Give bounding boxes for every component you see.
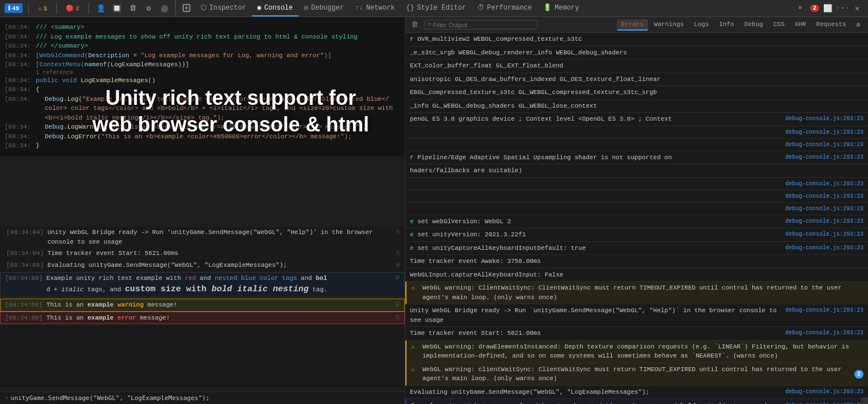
log-line-error: [08:34:09] This is an example error mess… bbox=[0, 312, 405, 325]
source-empty-3[interactable]: debug-console.js:293:23 bbox=[785, 180, 863, 188]
msg-awake: Time tracker event Awake: 3758.00ms bbox=[405, 255, 868, 269]
source-empty-1[interactable]: debug-console.js:293:23 bbox=[785, 128, 863, 137]
msg-warn-1: ⚠ WebGL warning: ClientWaitSync: ClientW… bbox=[405, 282, 868, 304]
code-line-9: [08:34: Debug.LogWarning("This is an <b>… bbox=[5, 122, 400, 132]
source-keyboard[interactable]: debug-console.js:293:23 bbox=[785, 244, 863, 252]
memory-icon: 🔋 bbox=[543, 3, 552, 12]
msg-count-2: 2 bbox=[854, 370, 863, 379]
gear-icon-btn[interactable]: ⚙ bbox=[142, 2, 155, 15]
settings-icon-btn[interactable]: ⚙ bbox=[852, 19, 865, 31]
tab-memory[interactable]: 🔋 Memory bbox=[537, 0, 585, 16]
filter-icon: ▽ bbox=[427, 21, 431, 28]
more-tabs-btn[interactable]: » bbox=[793, 4, 808, 13]
badge-49[interactable]: ℹ 49 bbox=[5, 3, 23, 13]
source-pipeline[interactable]: debug-console.js:293:23 bbox=[785, 153, 863, 161]
msg-webgl-3: EXT_color_buffer_float GL_EXT_float_blen… bbox=[405, 59, 868, 73]
user-icon-btn[interactable]: 👤 bbox=[95, 2, 107, 15]
console-input[interactable] bbox=[11, 394, 400, 402]
left-log-area: [08:34:04] Unity WebGL Bridge ready -> R… bbox=[0, 227, 405, 387]
msg-keyboard: e set unityCaptureAllKeyboardInputDefaul… bbox=[405, 242, 868, 256]
msg-warn-client: ⚠ WebGL warning: clientWaitSync: ClientW… bbox=[405, 363, 868, 386]
code-line-5: [08:34: [ContextMenu(nameof(LogExampleMe… bbox=[5, 60, 400, 70]
console-input-row: > bbox=[0, 392, 405, 404]
filter-debug[interactable]: Debug bbox=[740, 19, 768, 31]
main-content: [08:34: /// <summary> [08:34: /// Log ex… bbox=[0, 17, 868, 404]
source-opengl[interactable]: debug-console.js:293:23 bbox=[785, 114, 863, 123]
code-line-8c: <b><i>bold italic nesting</i></b></size>… bbox=[5, 113, 400, 123]
code-line-1: [08:34: /// <summary> bbox=[5, 23, 400, 32]
source-rich[interactable]: debug-console.js:293:23 bbox=[785, 401, 863, 404]
source-empty-5[interactable]: debug-console.js:293:23 bbox=[785, 205, 863, 213]
filter-errors[interactable]: Errors bbox=[617, 19, 649, 31]
badge-info-icon: ℹ bbox=[8, 5, 10, 12]
code-line-4: [08:34: [WebGlCommand(Description = "Log… bbox=[5, 51, 400, 61]
circle-icon-btn[interactable]: ⬤ bbox=[158, 2, 171, 15]
msg-webgl-5: EBGL_compressed_texture_s3tc GL_WEBGL_co… bbox=[405, 86, 868, 100]
filter-input[interactable] bbox=[433, 22, 534, 28]
code-line-3: [08:34: /// </summary> bbox=[5, 41, 400, 51]
code-line-7: [08:34: { bbox=[5, 85, 400, 95]
copy-btn-rich[interactable]: ⎘ bbox=[396, 274, 400, 283]
code-overlay: [08:34: /// <summary> [08:34: /// Log ex… bbox=[0, 17, 405, 156]
tab-style-editor[interactable]: {} Style Editor bbox=[400, 0, 472, 16]
resize-corner[interactable] bbox=[861, 397, 868, 404]
network-icon: ↑↓ bbox=[355, 4, 363, 12]
copy-btn-warn[interactable]: ⎘ bbox=[396, 300, 400, 310]
source-unity-ver[interactable]: debug-console.js:293:23 bbox=[785, 230, 863, 239]
copy-btn-error[interactable]: ⎘ bbox=[396, 313, 400, 323]
source-start[interactable]: debug-console.js:293:23 bbox=[785, 329, 863, 337]
filter-xhr[interactable]: XHR bbox=[790, 19, 811, 31]
msg-pipeline: r Pipeline/Edge Adaptive Spatial Upsampl… bbox=[405, 151, 868, 165]
badge-2[interactable]: 🔴 2 bbox=[62, 3, 83, 13]
filter-info[interactable]: Info bbox=[715, 19, 739, 31]
msg-evaluating: Evaluating unityGame.SendMessage("WebGL"… bbox=[405, 386, 868, 399]
tab-console[interactable]: ◉ Console bbox=[252, 0, 299, 16]
devtools-icon[interactable] bbox=[178, 0, 195, 16]
tab-network[interactable]: ↑↓ Network bbox=[349, 0, 400, 16]
copy-btn-1[interactable]: ⎘ bbox=[396, 228, 400, 237]
trash-icon-btn[interactable]: 🗑 bbox=[126, 2, 139, 15]
style-editor-icon: {} bbox=[406, 4, 414, 12]
toolbar-sep-1 bbox=[28, 3, 29, 14]
top-toolbar: ℹ 49 ⚠ 1 🔴 2 👤 🔲 🗑 ⚙ ⬤ ⬡ Inspector bbox=[0, 0, 868, 17]
log-line-1: [08:34:04] Unity WebGL Bridge ready -> R… bbox=[0, 227, 405, 248]
nav-more-icon[interactable]: ··· bbox=[836, 2, 849, 15]
warn-icon-depth: ⚠ bbox=[411, 342, 420, 352]
filter-logs[interactable]: Logs bbox=[689, 19, 713, 31]
msg-bridge: Unity WebGL Bridge ready -> Run `unityGa… bbox=[405, 304, 868, 327]
source-webgl-ver[interactable]: debug-console.js:293:23 bbox=[785, 217, 863, 226]
code-ref-line: 1 reference bbox=[5, 70, 400, 76]
nav-resize-icon[interactable]: ⬜ bbox=[822, 2, 834, 15]
source-bridge[interactable]: debug-console.js:293:23 bbox=[785, 306, 863, 314]
filter-requests[interactable]: Requests bbox=[812, 19, 851, 31]
log-line-warn: [08:34:09] This is an example warning me… bbox=[0, 299, 405, 312]
badge-warn-icon: ⚠ bbox=[38, 5, 42, 12]
copy-btn-2[interactable]: ⎘ bbox=[396, 249, 400, 258]
code-line-6: [08:34: public void LogExampleMessages() bbox=[5, 76, 400, 86]
msg-webgl-version: e set webGlVersion: WebGL 2 debug-consol… bbox=[405, 215, 868, 229]
screen-icon-btn[interactable]: 🔲 bbox=[111, 2, 123, 15]
tab-debugger[interactable]: ◎ Debugger bbox=[299, 0, 350, 16]
source-evaluating[interactable]: debug-console.js:293:23 bbox=[785, 388, 863, 396]
copy-btn-3[interactable]: ⎘ bbox=[396, 261, 400, 270]
clear-console-btn[interactable]: 🗑 bbox=[409, 19, 421, 30]
msg-empty-1: debug-console.js:293:23 bbox=[405, 126, 868, 139]
msg-capture: WebGLInput.captureAllKeyboardInput: Fals… bbox=[405, 269, 868, 282]
code-line-11: [08:34: } bbox=[5, 141, 400, 151]
nav-close-icon[interactable]: ✕ bbox=[851, 2, 863, 15]
log-line-3: [08:34:09] Evaluating unityGame.SendMess… bbox=[0, 260, 405, 271]
source-empty-2[interactable]: debug-console.js:293:23 bbox=[785, 141, 863, 149]
toolbar-sep-2 bbox=[56, 3, 57, 14]
console-messages: r OVR_multiview2 WEBGL_compressed_textur… bbox=[405, 33, 868, 404]
source-empty-4[interactable]: debug-console.js:293:23 bbox=[785, 192, 863, 201]
msg-webgl-2: _e_s3tc_srgb WEBGL_debug_renderer_info W… bbox=[405, 46, 868, 60]
msg-fallbacks: haders/fallbacks are suitable) bbox=[405, 164, 868, 178]
tab-performance[interactable]: ⏱ Performance bbox=[472, 0, 537, 16]
filter-warnings[interactable]: Warnings bbox=[649, 19, 688, 31]
msg-empty-5: debug-console.js:293:23 bbox=[405, 203, 868, 215]
badge-1[interactable]: ⚠ 1 bbox=[35, 3, 50, 13]
tab-inspector[interactable]: ⬡ Inspector bbox=[195, 0, 252, 16]
nav-tabs: ⬡ Inspector ◉ Console ◎ Debugger ↑↓ Netw… bbox=[176, 0, 868, 16]
filter-css[interactable]: CSS bbox=[769, 19, 789, 31]
debugger-icon: ◎ bbox=[304, 3, 308, 12]
